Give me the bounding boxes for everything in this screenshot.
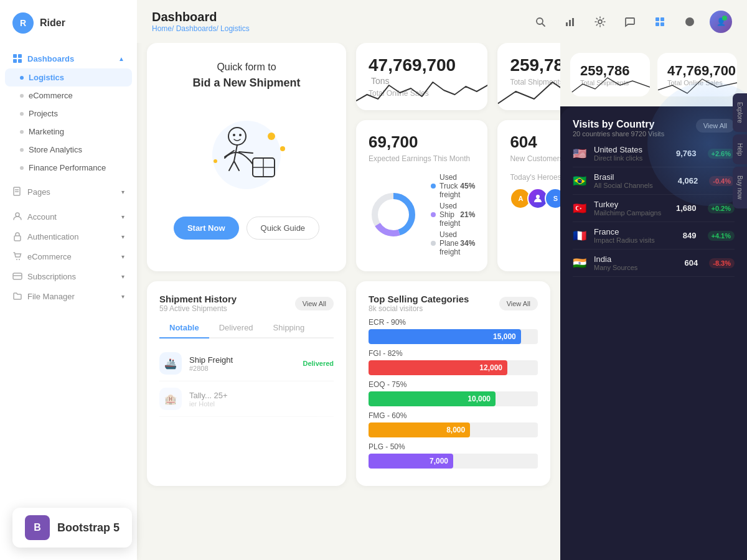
tab-shipping[interactable]: Shipping [263, 318, 315, 338]
svg-rect-16 [569, 20, 571, 26]
heroes-section: Today's Heroes A S P [510, 173, 560, 209]
hero-avatar-3: S [545, 188, 560, 209]
countries-title: Visits by Country [573, 119, 664, 130]
category-ecr: ECR - 90% 15,000 [369, 318, 538, 344]
svg-point-36 [536, 195, 540, 198]
account-section: Account ▾ Authentication ▾ eCommerce ▾ S… [0, 204, 137, 309]
sidebar-item-finance[interactable]: Finance Performance [0, 159, 137, 177]
plg-bar: 7,000 [369, 454, 453, 469]
sidebar-item-store-analytics[interactable]: Store Analytics [0, 141, 137, 159]
shipment-tabs: Notable Delivered Shipping [159, 318, 334, 338]
shipment-title: Shipment History [159, 294, 237, 304]
pages-section: Pages ▾ [0, 179, 137, 204]
auth-item[interactable]: Authentication ▾ [0, 226, 137, 246]
freight-legend: Used Truck freight 45% Used Ship freight… [431, 170, 475, 259]
buynow-tab[interactable]: Buy now [733, 167, 747, 208]
shipment-subtitle: 59 Active Shipments [159, 304, 237, 313]
svg-rect-0 [13, 54, 17, 58]
shipment-view-all[interactable]: View All [295, 297, 334, 310]
right-stats-section: 259,786 Total Shipments 47,769,700 Total… [560, 43, 747, 106]
shipment-header: Shipment History 59 Active Shipments Vie… [159, 294, 334, 313]
vertical-tabs: Explore Help Buy now [733, 93, 747, 208]
chevron-down-icon-4: ▾ [121, 253, 125, 260]
sidebar-item-ecommerce[interactable]: eCommerce [0, 86, 137, 105]
us-flag: 🇺🇸 [573, 148, 588, 159]
categories-view-all[interactable]: View All [499, 297, 538, 310]
earnings-value: 69,700 [369, 133, 418, 151]
shipment-item-1: 🚢 Ship Freight #2808 Delivered [159, 346, 334, 381]
pages-item[interactable]: Pages ▾ [0, 182, 137, 202]
avatar[interactable]: 👤 [710, 11, 732, 33]
subscriptions-icon [12, 271, 22, 281]
sidebar-logo: R Rider [0, 12, 137, 46]
hotel-icon: 🏨 [159, 388, 182, 410]
svg-rect-11 [13, 273, 22, 279]
svg-point-29 [280, 146, 285, 151]
shipment-info: Ship Freight #2808 [189, 355, 295, 372]
account-icon [12, 212, 22, 222]
svg-rect-17 [572, 18, 574, 26]
shipments-sparkline [497, 73, 560, 110]
tab-delivered[interactable]: Delivered [209, 318, 263, 338]
countries-view-all[interactable]: View All [696, 119, 735, 133]
in-change: -8.3% [709, 258, 735, 268]
svg-rect-22 [660, 22, 664, 26]
chat-icon[interactable] [620, 12, 640, 32]
sidebar-item-projects[interactable]: Projects [0, 105, 137, 123]
theme-icon[interactable] [680, 12, 700, 32]
shipment-item-2: 🏨 Tally... 25+ ier Hotel [159, 381, 334, 417]
analytics-icon[interactable] [560, 12, 580, 32]
legend-truck: Used Truck freight 45% [431, 173, 475, 199]
chevron-down-icon-3: ▾ [121, 233, 125, 240]
content-area: Quick form to Bid a New Shipment [137, 43, 747, 560]
countries-section: Visits by Country 20 countries share 972… [573, 119, 735, 277]
right-shipments-card: 259,786 Total Shipments [570, 53, 650, 96]
bootstrap-watermark: B Bootstrap 5 [12, 508, 132, 548]
start-now-button[interactable]: Start Now [174, 217, 239, 240]
fmg-bar: 8,000 [369, 422, 470, 437]
logo-name: Rider [40, 17, 65, 29]
earnings-label: Expected Earnings This Month [369, 154, 475, 163]
svg-line-14 [542, 24, 545, 26]
us-info: United States Direct link clicks [594, 145, 670, 162]
shipment-info-2: Tally... 25+ ier Hotel [189, 391, 334, 408]
quick-guide-button[interactable]: Quick Guide [247, 217, 320, 240]
earnings-card: 69,700 Expected Earnings This Month [356, 120, 487, 271]
ecommerce-item[interactable]: eCommerce ▾ [0, 246, 137, 266]
settings-icon[interactable] [590, 12, 610, 32]
account-item[interactable]: Account ▾ [0, 207, 137, 226]
promo-card: Quick form to Bid a New Shipment [147, 43, 346, 271]
grid-icon[interactable] [650, 12, 670, 32]
country-in: 🇮🇳 India Many Sources 604 -8.3% [573, 250, 735, 277]
sidebar-item-marketing[interactable]: Marketing [0, 123, 137, 141]
freight-section: Used Truck freight 45% Used Ship freight… [369, 170, 475, 259]
dashboard-icon [12, 54, 22, 63]
shipment-status: Delivered [303, 360, 334, 367]
promo-heading1: Quick form to [217, 62, 276, 73]
dashboards-group[interactable]: Dashboards ▲ [0, 49, 137, 68]
search-icon[interactable] [530, 12, 550, 32]
header-right: 👤 [530, 11, 732, 33]
tr-flag: 🇹🇷 [573, 203, 588, 214]
breadcrumb: Home/ Dashboards/ Logistics [152, 24, 250, 33]
countries-header: Visits by Country 20 countries share 972… [573, 119, 735, 138]
sidebar-item-logistics[interactable]: Logistics [5, 68, 132, 86]
categories-subtitle: 8k social visitors [369, 304, 469, 313]
ecommerce-icon [12, 251, 22, 261]
countries-list: 🇺🇸 United States Direct link clicks 9,76… [573, 140, 735, 277]
subscriptions-item[interactable]: Subscriptions ▾ [0, 266, 137, 286]
tab-notable[interactable]: Notable [159, 318, 209, 338]
ecr-bar: 15,000 [369, 329, 521, 344]
sidebar: R Rider Dashboards ▲ Logistics eCommerce… [0, 0, 137, 560]
promo-buttons: Start Now Quick Guide [174, 217, 319, 240]
right-panel: 259,786 Total Shipments 47,769,700 Total… [560, 43, 747, 560]
chevron-down-icon-6: ▾ [121, 293, 125, 300]
customers-value: 604 [510, 133, 537, 151]
filemanager-item[interactable]: File Manager ▾ [0, 286, 137, 306]
active-dot [20, 76, 24, 80]
br-info: Brasil All Social Channels [594, 172, 672, 189]
chevron-down-icon: ▾ [121, 189, 125, 195]
explore-tab[interactable]: Explore [733, 93, 747, 132]
page-title: Dashboard [152, 10, 250, 24]
help-tab[interactable]: Help [733, 134, 747, 165]
